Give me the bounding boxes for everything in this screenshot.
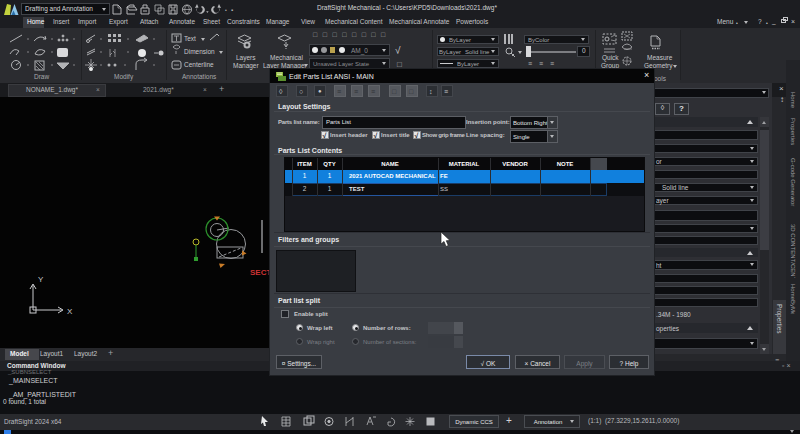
svg-text:X: X: [67, 307, 73, 316]
svg-text:Y: Y: [38, 275, 44, 284]
